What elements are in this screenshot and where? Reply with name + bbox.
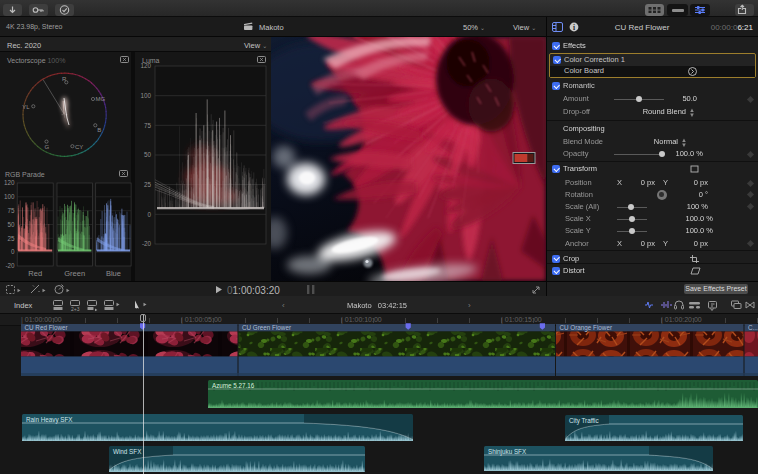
svg-text:100: 100 xyxy=(4,193,15,200)
svg-text:50: 50 xyxy=(144,151,152,158)
svg-text:Blue: Blue xyxy=(106,269,121,278)
svg-text:Shinjuku SFX: Shinjuku SFX xyxy=(488,448,527,456)
svg-text:0: 0 xyxy=(147,211,151,218)
svg-text:2+3: 2+3 xyxy=(71,306,80,312)
svg-text:100: 100 xyxy=(140,92,151,99)
svg-text:-20: -20 xyxy=(5,262,15,269)
svg-text:CU Orange Flower: CU Orange Flower xyxy=(560,324,613,332)
svg-text:Red: Red xyxy=(28,269,42,278)
svg-text:R: R xyxy=(62,76,67,82)
svg-text:C...: C... xyxy=(748,324,758,331)
svg-text:RGB Parade: RGB Parade xyxy=(5,171,45,178)
svg-text:Green: Green xyxy=(64,269,85,278)
svg-text:City Traffic: City Traffic xyxy=(569,416,599,424)
svg-text:50: 50 xyxy=(7,221,15,228)
svg-text:120: 120 xyxy=(4,179,15,186)
svg-text:75: 75 xyxy=(7,207,15,214)
svg-text:Vectorscope 100%: Vectorscope 100% xyxy=(7,57,65,65)
svg-text:120: 120 xyxy=(140,62,151,69)
svg-text:B: B xyxy=(97,127,101,133)
svg-text:0: 0 xyxy=(11,248,15,255)
svg-text:CU Red Flower: CU Red Flower xyxy=(25,324,68,331)
svg-text:G: G xyxy=(45,144,50,150)
svg-text:75: 75 xyxy=(144,122,152,129)
svg-text:‹: ‹ xyxy=(282,301,285,310)
svg-text:›: › xyxy=(468,301,471,310)
svg-text:25: 25 xyxy=(7,235,15,242)
svg-text:Azume 5.27.16: Azume 5.27.16 xyxy=(212,382,255,389)
svg-text:Wind SFX: Wind SFX xyxy=(113,448,142,455)
svg-text:YL: YL xyxy=(22,104,30,110)
svg-text:25: 25 xyxy=(144,181,152,188)
svg-text:MG: MG xyxy=(96,96,106,102)
svg-text:Rain Heavy SFX: Rain Heavy SFX xyxy=(26,415,73,423)
svg-text:CY: CY xyxy=(75,144,83,150)
svg-text:CU Green Flower: CU Green Flower xyxy=(242,324,291,331)
svg-text:-20: -20 xyxy=(142,240,152,247)
